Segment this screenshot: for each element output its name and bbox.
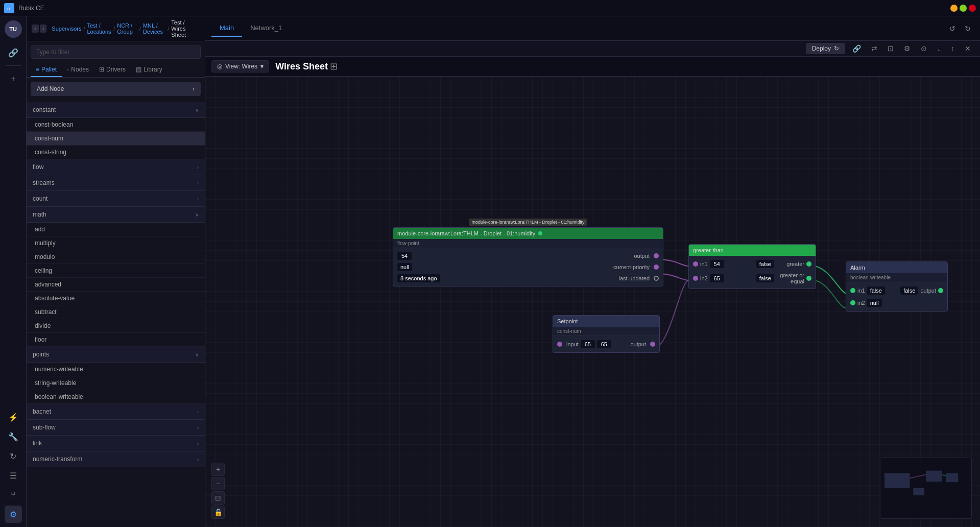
deploy-button[interactable]: Deploy ↻ (806, 43, 845, 54)
item-numeric-writeable[interactable]: numeric-writeable (27, 363, 205, 376)
item-divide[interactable]: divide (27, 319, 205, 333)
sidebar-icon-add[interactable]: ＋ (5, 70, 22, 87)
item-add[interactable]: add (27, 223, 205, 236)
category-streams[interactable]: streams › (27, 175, 205, 191)
category-bacnet[interactable]: bacnet › (27, 404, 205, 420)
item-subtract[interactable]: subtract (27, 305, 205, 319)
humidity-updated-port[interactable] (654, 276, 659, 281)
breadcrumb-mnl-devices[interactable]: MNL / Devices (143, 22, 165, 35)
greater-than-in2-port[interactable] (693, 276, 698, 281)
item-ceiling[interactable]: ceiling (27, 264, 205, 278)
minimize-button[interactable] (950, 5, 958, 12)
item-floor[interactable]: floor (27, 333, 205, 347)
sidebar-icon-refresh[interactable]: ↻ (5, 447, 22, 465)
sidebar-icon-branch[interactable]: ⑂ (5, 486, 22, 504)
nav-forward-button[interactable]: › (40, 25, 47, 33)
item-absolute-value[interactable]: absolute-value (27, 292, 205, 305)
category-constant[interactable]: constant ∨ (27, 102, 205, 118)
category-flow[interactable]: flow › (27, 159, 205, 175)
humidity-output-port[interactable] (654, 253, 659, 258)
tab-drivers[interactable]: ⊞ Drivers (94, 63, 131, 77)
tab-library[interactable]: ▤ Library (131, 63, 168, 77)
search-input[interactable] (31, 45, 201, 59)
canvas[interactable]: module-core-loraraw:Lora:THLM - Droplet … (205, 77, 980, 527)
titlebar: R Rubix CE (0, 0, 980, 16)
category-sub-flow[interactable]: sub-flow › (27, 420, 205, 436)
setpoint-node: Setpoint const-num input 65 65 output (553, 315, 660, 353)
sidebar-icon-list[interactable]: ☰ (5, 467, 22, 484)
alarm-output-port[interactable] (938, 288, 943, 293)
refresh-icon[interactable]: ↺ (946, 23, 959, 34)
toolbar-upload-icon[interactable]: ↑ (948, 43, 958, 54)
wires-icon-button[interactable]: ⊞ (328, 59, 340, 74)
zoom-in-button[interactable]: + (211, 463, 225, 476)
setpoint-input-port[interactable] (557, 342, 562, 347)
add-node-button[interactable]: Add Node › (31, 82, 201, 96)
sidebar-icon-settings[interactable]: ⚙ (5, 506, 22, 523)
item-const-num[interactable]: const-num (27, 132, 205, 146)
alarm-node-body: in1 false false output in2 null (846, 282, 947, 311)
setpoint-row: input 65 65 output (553, 338, 659, 350)
item-advanced[interactable]: advanced (27, 278, 205, 292)
view-select[interactable]: ◎ View: Wires ▾ (211, 60, 269, 73)
tab-pallet[interactable]: ≡ Pallet (31, 63, 62, 77)
item-const-boolean[interactable]: const-boolean (27, 118, 205, 132)
alarm-in1-port[interactable] (850, 288, 855, 293)
alarm-in1-label: in1 (857, 288, 865, 294)
toolbar-close-icon[interactable]: ✕ (962, 43, 974, 54)
category-math[interactable]: math ∨ (27, 207, 205, 223)
humidity-priority-port[interactable] (654, 265, 659, 270)
toolbar-crop-icon[interactable]: ⊡ (885, 43, 897, 54)
breadcrumb-supervisors[interactable]: Supervisors (52, 26, 81, 32)
zoom-out-button[interactable]: − (211, 477, 225, 490)
nav-back-button[interactable]: ‹ (32, 25, 39, 33)
greater-than-in1-output-port[interactable] (806, 261, 811, 267)
item-modulo[interactable]: modulo (27, 250, 205, 264)
item-const-string[interactable]: const-string (27, 146, 205, 159)
alarm-in2-value: null (867, 299, 882, 307)
breadcrumb-test-locations[interactable]: Test / Locations (87, 22, 111, 35)
chevron-right-icon-4: › (197, 409, 199, 415)
category-link[interactable]: link › (27, 436, 205, 451)
tab-main[interactable]: Main (211, 20, 242, 37)
toolbar-settings-icon[interactable]: ⚙ (901, 43, 914, 54)
zoom-lock-button[interactable]: 🔒 (211, 506, 225, 519)
humidity-output-label: output (415, 253, 650, 259)
tab-network1[interactable]: Network_1 (242, 20, 290, 37)
breadcrumb-ncr-group[interactable]: NCR / Group (117, 22, 137, 35)
alarm-in2-port[interactable] (850, 300, 855, 305)
close-button[interactable] (969, 5, 976, 12)
app-icon: R (4, 3, 14, 13)
category-points[interactable]: points ∨ (27, 347, 205, 363)
humidity-priority-label: current-priority (415, 264, 650, 270)
zoom-fit-button[interactable]: ⊡ (211, 491, 225, 505)
toolbar-circle-icon[interactable]: ⊙ (918, 43, 930, 54)
category-numeric-transform[interactable]: numeric-transform › (27, 451, 205, 467)
category-count[interactable]: count › (27, 191, 205, 207)
sidebar-icon-wrench[interactable]: 🔧 (5, 428, 22, 445)
toolbar-link1-icon[interactable]: 🔗 (849, 43, 864, 54)
tab-nodes[interactable]: ◦ Nodes (62, 63, 94, 77)
sidebar-icon-lightning[interactable]: ⚡ (5, 409, 22, 426)
reload-icon[interactable]: ↻ (962, 23, 974, 34)
toolbar-link2-icon[interactable]: ⇄ (868, 43, 880, 54)
item-string-writeable[interactable]: string-writeable (27, 376, 205, 390)
greater-than-in2-output-port[interactable] (806, 276, 811, 281)
humidity-node: module-core-loraraw:Lora:THLM - Droplet … (393, 227, 663, 286)
greater-than-in2-output-label: greater or equal (776, 272, 804, 284)
page-title: Wires Sheet (275, 61, 328, 72)
humidity-node-header: module-core-loraraw:Lora:THLM - Droplet … (393, 228, 663, 239)
toolbar-download-icon[interactable]: ↓ (934, 43, 944, 54)
greater-than-in1-port[interactable] (693, 261, 698, 267)
maximize-button[interactable] (960, 5, 967, 12)
status-dot (538, 231, 542, 235)
add-node-arrow-icon: › (193, 85, 195, 92)
sidebar-icon-link[interactable]: 🔗 (5, 44, 22, 61)
item-boolean-writeable[interactable]: boolean-writeable (27, 390, 205, 404)
item-multiply[interactable]: multiply (27, 236, 205, 250)
setpoint-output-port[interactable] (650, 342, 655, 347)
chevron-down-icon-3: ∨ (195, 352, 199, 357)
zoom-controls: + − ⊡ 🔒 (211, 463, 225, 519)
humidity-updated-row: 8 seconds ago last-updated (393, 273, 663, 284)
greater-than-in2-label: in2 (700, 275, 708, 281)
